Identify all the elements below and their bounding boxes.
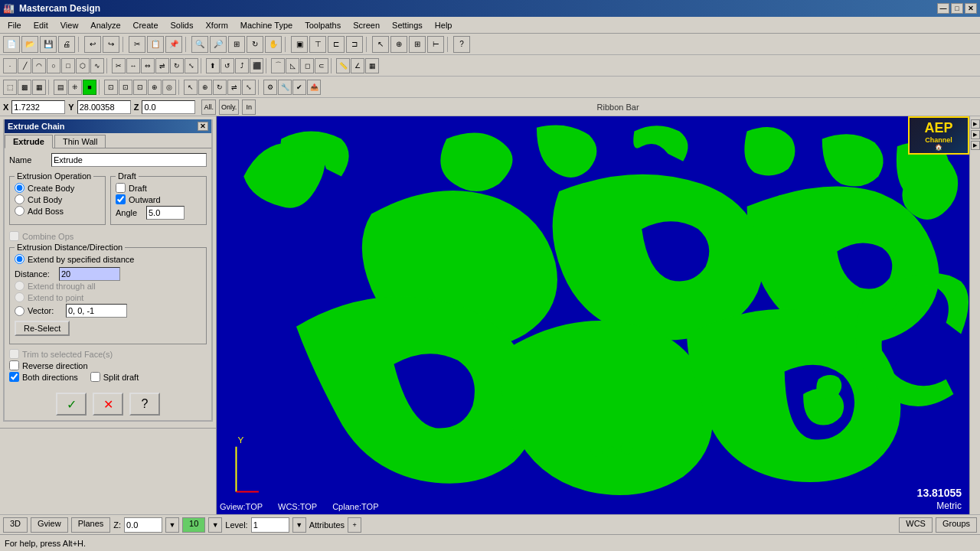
draw-polygon-btn[interactable]: ⬡ (76, 58, 90, 73)
zoom-in-btn[interactable]: 🔍 (191, 36, 208, 53)
ext-to-point-radio[interactable] (15, 292, 24, 302)
print-btn[interactable]: 🖨 (58, 36, 75, 53)
coord-in-btn[interactable]: In (242, 99, 256, 115)
view-side-btn[interactable]: ⊐ (346, 36, 363, 53)
z-picker-btn[interactable]: ▼ (165, 517, 179, 533)
menu-analyze[interactable]: Analyze (84, 19, 126, 31)
trim-checkbox[interactable] (9, 349, 19, 359)
mirror-btn[interactable]: ⇌ (155, 58, 169, 73)
draw-point-btn[interactable]: · (3, 58, 17, 73)
groups-button[interactable]: Groups (936, 517, 977, 533)
color-btn[interactable]: ■ (83, 80, 96, 95)
xform-rotate-btn[interactable]: ↻ (213, 80, 227, 95)
menu-machine-type[interactable]: Machine Type (234, 19, 299, 31)
extend-btn[interactable]: ↔ (126, 58, 140, 73)
machine-btn[interactable]: ⚙ (263, 80, 277, 95)
menu-edit[interactable]: Edit (28, 19, 54, 31)
menu-solids[interactable]: Solids (165, 19, 200, 31)
x-input[interactable] (11, 100, 65, 114)
attr-plus-btn[interactable]: + (348, 517, 361, 533)
xform-scale2-btn[interactable]: ⤡ (242, 80, 256, 95)
snap-mid-btn[interactable]: ⊡ (119, 80, 132, 95)
undo-btn[interactable]: ↩ (84, 36, 101, 53)
snap-int-btn[interactable]: ⊡ (133, 80, 147, 95)
wcs-button[interactable]: WCS (899, 517, 933, 533)
zoom-out-btn[interactable]: 🔎 (210, 36, 227, 53)
reverse-checkbox[interactable] (9, 360, 19, 370)
xform-copy-btn[interactable]: ⊕ (198, 80, 212, 95)
rotate-btn[interactable]: ↻ (247, 36, 263, 53)
title-bar-controls[interactable]: — □ ✕ (937, 3, 977, 14)
shell-btn[interactable]: ◻ (300, 58, 314, 73)
ext-by-dist-radio[interactable] (15, 254, 24, 264)
reselect-button[interactable]: Re-Select (15, 321, 70, 336)
menu-help[interactable]: Help (429, 19, 459, 31)
help-dialog-button[interactable]: ? (129, 393, 160, 416)
redo-btn[interactable]: ↪ (103, 36, 119, 53)
menu-settings[interactable]: Settings (386, 19, 429, 31)
3d-mode-button[interactable]: 3D (3, 517, 28, 533)
ext-through-radio[interactable] (15, 281, 24, 291)
z-value-input[interactable] (124, 517, 162, 533)
pan-btn[interactable]: ✋ (265, 36, 282, 53)
zoom-fit-btn[interactable]: ⊞ (228, 36, 245, 53)
rotate2-btn[interactable]: ↻ (170, 58, 184, 73)
menu-file[interactable]: File (2, 19, 28, 31)
tab-extrude[interactable]: Extrude (5, 135, 53, 148)
grid-btn[interactable]: ⊞ (409, 36, 426, 53)
cancel-button[interactable]: ✕ (93, 393, 123, 416)
xform-mirror-btn[interactable]: ⇌ (227, 80, 241, 95)
loft-btn[interactable]: ⬛ (250, 58, 263, 73)
analyze-angle-btn[interactable]: ∠ (351, 58, 364, 73)
draw-rect-btn[interactable]: □ (61, 58, 75, 73)
right-btn-1[interactable]: ▶ (971, 119, 980, 129)
menu-toolpaths[interactable]: Toolpaths (299, 19, 347, 31)
close-button[interactable]: ✕ (965, 3, 977, 14)
ok-button[interactable]: ✓ (56, 393, 87, 416)
chamfer-btn[interactable]: ◺ (286, 58, 299, 73)
create-body-radio[interactable] (15, 183, 24, 193)
snap-btn[interactable]: ⊕ (390, 36, 407, 53)
save-btn[interactable]: 💾 (40, 36, 57, 53)
paste-btn[interactable]: 📌 (165, 36, 182, 53)
sweep-btn[interactable]: ⤴ (235, 58, 249, 73)
angle-input[interactable] (146, 206, 185, 220)
snap-end-btn[interactable]: ⊡ (104, 80, 118, 95)
offset-btn[interactable]: ⇔ (141, 58, 155, 73)
menu-xform[interactable]: Xform (200, 19, 234, 31)
right-btn-2[interactable]: ▶ (971, 130, 980, 139)
dim-btn[interactable]: ⊢ (427, 36, 444, 53)
y-input[interactable] (77, 100, 131, 114)
coord-mode-btn[interactable]: All. (201, 99, 216, 115)
maximize-button[interactable]: □ (951, 3, 963, 14)
scale-btn[interactable]: ⤡ (185, 58, 198, 73)
both-checkbox[interactable] (9, 372, 19, 382)
cut-body-radio[interactable] (15, 194, 24, 204)
xform-move-btn[interactable]: ↖ (184, 80, 198, 95)
new-btn[interactable]: 📄 (3, 36, 20, 53)
right-btn-3[interactable]: ▶ (971, 141, 980, 150)
select-btn[interactable]: ↖ (372, 36, 389, 53)
verify-btn[interactable]: ✔ (292, 80, 306, 95)
gview-button[interactable]: Gview (31, 517, 68, 533)
open-btn[interactable]: 📂 (21, 36, 38, 53)
z-input[interactable] (142, 100, 195, 114)
coord-only-btn[interactable]: Only. (219, 99, 239, 115)
view-top-btn[interactable]: ⊤ (309, 36, 326, 53)
minimize-button[interactable]: — (937, 3, 949, 14)
draft-checkbox[interactable] (116, 183, 126, 193)
vector-input[interactable] (66, 304, 127, 318)
menu-view[interactable]: View (54, 19, 85, 31)
level-btn[interactable]: ▼ (208, 517, 222, 533)
trim-btn[interactable]: ✂ (112, 58, 126, 73)
snap-ctr-btn[interactable]: ⊕ (148, 80, 162, 95)
name-input[interactable] (51, 153, 207, 167)
combine-ops-checkbox[interactable] (9, 231, 19, 241)
wire-btn[interactable]: ⬚ (3, 80, 17, 95)
dialog-close-button[interactable]: ✕ (198, 122, 208, 131)
vector-radio[interactable] (15, 306, 24, 316)
analyze-dist-btn[interactable]: 📏 (336, 58, 350, 73)
extrude-btn[interactable]: ⬆ (206, 58, 220, 73)
view-front-btn[interactable]: ⊏ (328, 36, 345, 53)
help-btn[interactable]: ? (453, 36, 470, 53)
